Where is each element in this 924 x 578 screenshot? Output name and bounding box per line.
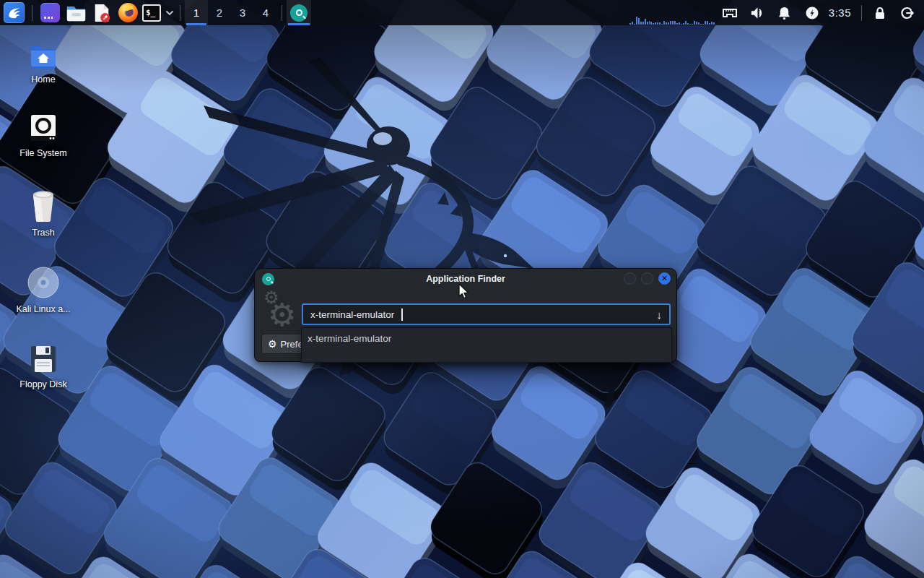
- panel-separator: [32, 5, 32, 21]
- launcher-terminal-emulator[interactable]: $_: [141, 0, 162, 25]
- desktop-icon-label: File System: [19, 148, 66, 158]
- launcher-terminal-purple[interactable]: [37, 0, 63, 25]
- desktop-icon-kali-cd[interactable]: Kali Linux a...: [6, 266, 81, 314]
- workspace-1[interactable]: 1: [185, 0, 208, 25]
- preferences-gear-icon: ⚙: [268, 338, 277, 350]
- file-manager-icon: [66, 4, 87, 22]
- launcher-firefox[interactable]: [115, 0, 141, 25]
- floppy-disk-icon: [28, 344, 58, 374]
- terminal-icon: $_: [142, 4, 161, 22]
- appfinder-panel-button[interactable]: [287, 0, 311, 25]
- lock-screen-button[interactable]: [866, 0, 894, 25]
- search-result-item[interactable]: x-terminal-emulator: [302, 328, 671, 349]
- logout-icon: [900, 6, 915, 20]
- search-input[interactable]: x-terminal-emulator ↓: [302, 303, 671, 325]
- panel-clock[interactable]: 3:35: [826, 7, 857, 19]
- bell-icon: [777, 6, 791, 20]
- power-manager-tray-button[interactable]: [798, 0, 826, 25]
- desktop-root: Home File System Trash Kali Linux a...: [0, 0, 924, 578]
- search-results-popup: x-terminal-emulator: [301, 327, 672, 363]
- home-folder-icon: [28, 42, 58, 69]
- panel-separator: [180, 5, 180, 21]
- desktop-icon-label: Trash: [32, 228, 55, 238]
- launcher-text-editor[interactable]: [89, 0, 115, 25]
- titlebar[interactable]: Application Finder ✕: [255, 269, 676, 289]
- kali-dragon-logo-icon: [4, 2, 25, 23]
- desktop-icon-file-system[interactable]: File System: [6, 113, 81, 158]
- terminal-purple-icon: [40, 3, 60, 22]
- log-out-button[interactable]: [894, 0, 921, 25]
- applications-menu-button[interactable]: [0, 0, 27, 25]
- search-input-value: x-terminal-emulator: [310, 309, 394, 320]
- volume-tray-button[interactable]: [744, 0, 771, 25]
- power-battery-icon: [805, 6, 819, 20]
- desktop-icon-label: Kali Linux a...: [16, 304, 70, 314]
- window-appfinder-icon: [262, 273, 274, 285]
- appfinder-icon: [290, 4, 308, 22]
- cpu-graph[interactable]: [628, 0, 716, 25]
- notifications-tray-button[interactable]: [771, 0, 798, 25]
- desktop-icon-trash[interactable]: Trash: [6, 189, 81, 238]
- network-icon: [722, 7, 738, 20]
- panel-separator: [282, 5, 282, 21]
- text-caret: [401, 309, 403, 321]
- text-editor-icon: [92, 3, 111, 23]
- volume-icon: [749, 6, 764, 20]
- trash-can-icon: [29, 189, 58, 223]
- top-panel: $_ 1 2 3 4: [0, 0, 924, 25]
- workspace-3[interactable]: 3: [231, 0, 254, 25]
- maximize-button[interactable]: [641, 272, 653, 285]
- minimize-button[interactable]: [624, 272, 636, 285]
- workspace-2[interactable]: 2: [208, 0, 231, 25]
- workspace-pager: 1 2 3 4: [185, 0, 277, 25]
- network-tray-button[interactable]: [716, 0, 744, 25]
- dropdown-arrow-icon[interactable]: ↓: [657, 309, 663, 321]
- launcher-file-manager[interactable]: [63, 0, 89, 25]
- desktop-icon-home[interactable]: Home: [6, 42, 81, 85]
- window-title: Application Finder: [255, 274, 676, 284]
- panel-separator: [861, 5, 862, 21]
- cdrom-disc-icon: [27, 266, 60, 299]
- lock-icon: [873, 6, 886, 20]
- application-finder-window: Application Finder ✕ ⚙ ⚙ x-terminal-emul…: [254, 268, 677, 362]
- hard-drive-icon: [28, 113, 58, 143]
- desktop-icon-floppy[interactable]: Floppy Disk: [6, 344, 81, 389]
- close-button[interactable]: ✕: [658, 272, 671, 285]
- workspace-4[interactable]: 4: [254, 0, 277, 25]
- application-gears-icon: ⚙ ⚙: [261, 288, 298, 329]
- chevron-down-icon: [164, 7, 175, 19]
- firefox-icon: [118, 3, 138, 22]
- launcher-dropdown-toggle[interactable]: [162, 0, 175, 25]
- desktop-icon-label: Floppy Disk: [19, 379, 66, 389]
- desktop-icon-label: Home: [31, 74, 55, 85]
